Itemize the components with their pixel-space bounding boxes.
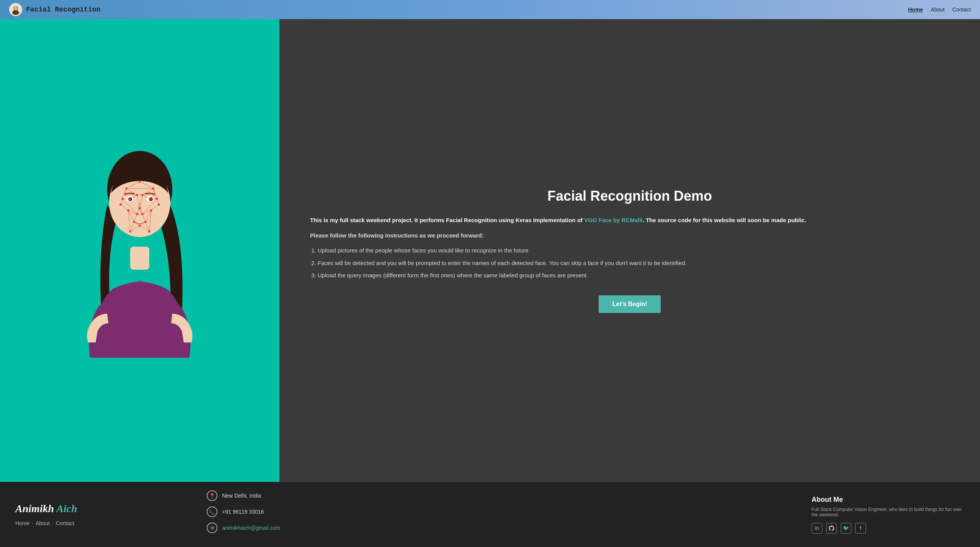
svg-point-4 (14, 7, 15, 8)
instruction-1: Upload pictures of the people whose face… (318, 246, 949, 255)
brand-title: Facial Recognition (26, 6, 100, 13)
instructions-list: Upload pictures of the people whose face… (310, 246, 949, 284)
nav-links: Home About Contact (908, 7, 971, 13)
nav-contact[interactable]: Contact (952, 7, 971, 13)
main-content: Facial Recognition Demo This is my full … (0, 19, 980, 482)
footer-nav: Home · About · Contact (15, 520, 199, 526)
svg-rect-7 (130, 247, 149, 270)
svg-point-5 (16, 7, 17, 8)
nav-about[interactable]: About (931, 7, 945, 13)
location-icon: 📍 (207, 490, 217, 501)
begin-button[interactable]: Let's Begin! (599, 295, 661, 313)
nav-home[interactable]: Home (908, 7, 923, 13)
vgg-link[interactable]: VGG Face by RCMalli (584, 217, 643, 223)
footer-phone: 📞 +91 96119 33016 (207, 506, 804, 517)
phone-icon: 📞 (207, 506, 217, 517)
page-title: Facial Recognition Demo (310, 188, 949, 204)
footer-nav-home[interactable]: Home (15, 520, 29, 526)
footer: Animikh Aich Home · About · Contact 📍 Ne… (0, 482, 980, 547)
twitter-icon[interactable]: 🐦 (841, 523, 851, 534)
footer-brand: Animikh Aich (15, 503, 199, 515)
footer-left: Animikh Aich Home · About · Contact (15, 503, 199, 526)
footer-nav-about[interactable]: About (36, 520, 50, 526)
instructions-title: Please follow the following instructions… (310, 231, 949, 240)
footer-middle: 📍 New Delhi, India 📞 +91 96119 33016 ✉ a… (199, 490, 812, 539)
svg-point-2 (12, 10, 19, 15)
footer-email: ✉ animikhaich@gmail.com (207, 522, 804, 533)
instruction-3: Upload the query images (different form … (318, 271, 949, 280)
face-illustration (67, 143, 212, 358)
footer-right: About Me Full Stack Computer Vision Engi… (812, 496, 965, 534)
svg-point-3 (14, 6, 18, 10)
facebook-icon[interactable]: f (855, 523, 866, 534)
footer-about-desc: Full Stack Computer Vision Engineer, who… (812, 507, 965, 518)
left-panel (0, 19, 279, 482)
email-link[interactable]: animikhaich@gmail.com (222, 525, 280, 531)
instruction-2: Faces will be detected and you will be p… (318, 259, 949, 268)
right-panel: Facial Recognition Demo This is my full … (279, 19, 980, 482)
social-icons: in 🐦 f (812, 523, 965, 534)
footer-location: 📍 New Delhi, India (207, 490, 804, 501)
nav-brand: Facial Recognition (9, 3, 100, 16)
footer-about-title: About Me (812, 496, 965, 504)
github-icon[interactable] (826, 523, 837, 534)
footer-nav-contact[interactable]: Contact (56, 520, 74, 526)
intro-text: This is my full stack weekend project. I… (310, 216, 949, 225)
linkedin-icon[interactable]: in (812, 523, 822, 534)
brand-avatar (9, 3, 22, 16)
email-icon: ✉ (207, 522, 217, 533)
navbar: Facial Recognition Home About Contact (0, 0, 980, 19)
